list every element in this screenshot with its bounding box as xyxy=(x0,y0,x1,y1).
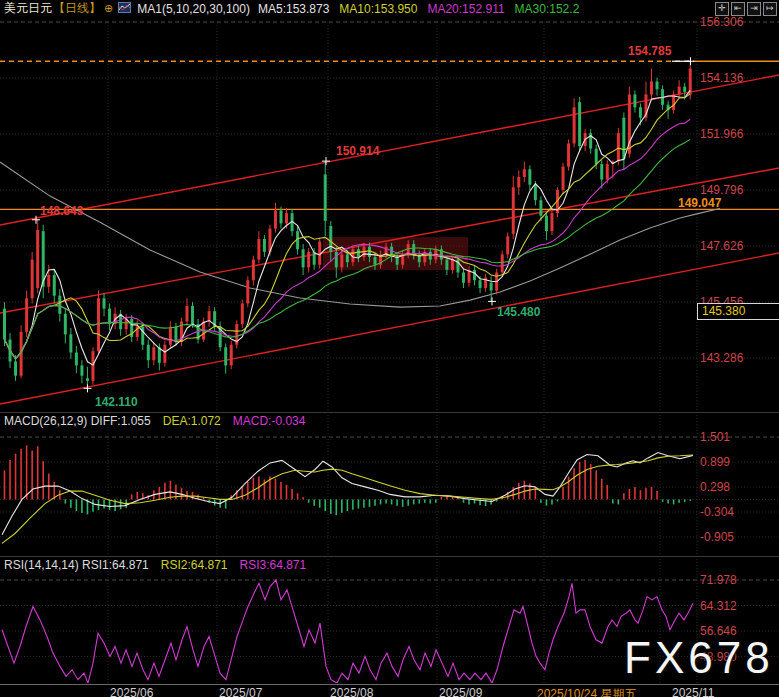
dea-line xyxy=(2,455,693,543)
pan-right-icon[interactable]: ⇥ xyxy=(747,2,761,16)
ma30-value: MA30:152.2 xyxy=(515,2,580,16)
price-annotation-150914: 150.914 xyxy=(336,144,379,158)
hline-price-label: 149.047 xyxy=(678,196,721,210)
macd-pane-header: MACD(26,12,9) DIFF:1.055DEA:1.072MACD:-0… xyxy=(4,414,305,428)
rsi-axis-label: 64.312 xyxy=(700,599,737,613)
symbol-name: 美元日元 xyxy=(4,0,52,17)
ma5-layer xyxy=(5,90,691,365)
price-axis-label: 143.286 xyxy=(700,351,743,365)
price-axis-label: 156.306 xyxy=(700,15,743,29)
macd-axis-label: -0.905 xyxy=(700,530,734,544)
price-axis-label: 147.626 xyxy=(700,239,743,253)
price-axis-label: 154.136 xyxy=(700,71,743,85)
rsi1-value: RSI(14,14,14) RSI1:64.871 xyxy=(4,558,149,572)
ma5-line xyxy=(5,90,691,365)
rsi2-value: RSI2:64.871 xyxy=(161,558,228,572)
ma20-value: MA20:152.911 xyxy=(427,2,504,16)
pan-end-icon[interactable]: ↦ xyxy=(763,2,777,16)
topbar: 美元日元 【日线】 ⊕ MA1(5,10,20,30,100) MA5:153.… xyxy=(0,0,779,17)
watermark: FX678 xyxy=(624,633,774,683)
date-axis-label: 2025/09 xyxy=(439,686,482,697)
date-axis-label: 2025/08 xyxy=(330,686,373,697)
chart-canvas[interactable] xyxy=(0,0,779,697)
move-tool-icon[interactable]: ✛ xyxy=(715,2,729,16)
macd-axis-label: 0.899 xyxy=(700,455,730,469)
timeframe-label: 【日线】 xyxy=(53,0,101,17)
price-alert-tag[interactable]: 145.380 xyxy=(697,303,779,320)
expand-icon[interactable]: ⊕ xyxy=(104,2,113,15)
price-annotation-low: 142.110 xyxy=(95,395,138,409)
macd-axis-label: -0.304 xyxy=(700,505,734,519)
macd-title: MACD(26,12,9) DIFF:1.055 xyxy=(4,414,151,428)
chart-type-icon[interactable] xyxy=(118,2,131,16)
rsi3-value: RSI3:64.871 xyxy=(239,558,306,572)
pan-left-icon[interactable]: ⇤ xyxy=(731,2,745,16)
macd-axis-label: 1.501 xyxy=(700,430,730,444)
rsi-axis-label: 71.978 xyxy=(700,573,737,587)
ma10-value: MA10:153.950 xyxy=(339,2,417,16)
rsi-pane-header: RSI(14,14,14) RSI1:64.871RSI2:64.871RSI3… xyxy=(4,558,306,572)
diff-line xyxy=(2,453,693,535)
date-axis-label: 2025/06 xyxy=(110,686,153,697)
ma5-value: MA5:153.873 xyxy=(258,2,329,16)
price-annotation-148643: 148.643 xyxy=(40,204,83,218)
date-axis-label: 2025/10/24 星期五 xyxy=(537,686,636,697)
date-axis-label: 2025/07 xyxy=(219,686,262,697)
grid-layer xyxy=(0,22,779,685)
price-axis-label: 151.966 xyxy=(700,127,743,141)
macd-axis-label: 0.298 xyxy=(700,480,730,494)
macd-lines xyxy=(2,453,693,544)
toolbar: ✛ ⇤ ⇥ ↦ xyxy=(715,2,777,16)
price-axis-label: 149.796 xyxy=(700,183,743,197)
macd-value: MACD:-0.034 xyxy=(233,414,306,428)
ma-settings-label: MA1(5,10,20,30,100) xyxy=(137,2,250,16)
dea-value: DEA:1.072 xyxy=(163,414,221,428)
date-axis-label: 2025/11 xyxy=(672,686,715,697)
price-annotation-high: 154.785 xyxy=(628,44,671,58)
chart-app: 美元日元 【日线】 ⊕ MA1(5,10,20,30,100) MA5:153.… xyxy=(0,0,779,697)
price-annotation-145480: 145.480 xyxy=(497,305,540,319)
